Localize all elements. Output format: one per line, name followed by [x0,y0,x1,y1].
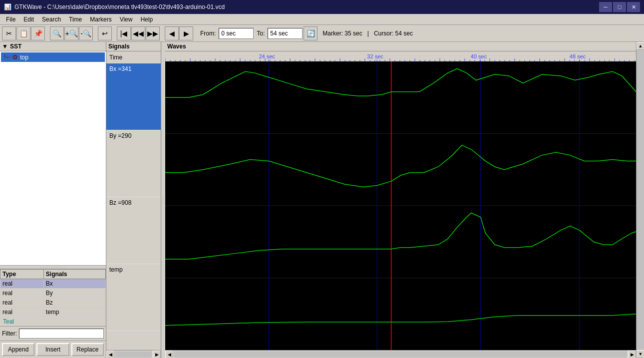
sst-tree[interactable]: └─ ⚙ top [0,51,106,265]
signal-temp-label: temp [109,266,123,273]
maximize-button[interactable]: □ [613,2,626,12]
filter-label: Filter: [2,330,17,337]
toolbar-sep: | [367,30,369,37]
type-signals-section: Type Signals realBxrealByrealBzrealtemp [0,269,106,317]
titlebar: 📊 GTKWave - C:\Users\dale\Dropbox\moneta… [0,0,644,14]
col-signals: Signals [43,270,105,279]
tree-expand-icon: └─ [3,54,10,60]
signal-bz-label: Bz =908 [109,199,131,206]
type-signal-row-bx[interactable]: realBx [0,279,106,289]
sst-section: ▼ SST └─ ⚙ top [0,42,106,265]
type-signal-row-temp[interactable]: realtemp [0,308,106,317]
next-button[interactable]: ▶▶ [146,26,160,40]
signal-row-temp[interactable]: temp [106,264,161,331]
titlebar-controls: ─ □ ✕ [599,2,640,12]
close-button[interactable]: ✕ [627,2,640,12]
waves-canvas[interactable] [165,51,636,350]
signal-cell: By [43,289,105,298]
signal-row-time[interactable]: Time [106,51,161,63]
menu-file[interactable]: File [2,15,19,24]
append-button[interactable]: Append [2,343,34,356]
zoom-in-button[interactable]: +🔍 [64,26,78,40]
cut-button[interactable]: ✂ [2,26,16,40]
teal-label: Teal [0,317,106,326]
type-signals-table: Type Signals realBxrealByrealBzrealtemp [0,269,106,317]
titlebar-left: 📊 GTKWave - C:\Users\dale\Dropbox\moneta… [4,3,225,10]
signal-row-bx[interactable]: Bx =341 [106,63,161,130]
tree-item-top[interactable]: └─ ⚙ top [1,52,105,62]
menu-search[interactable]: Search [38,15,65,24]
type-cell: real [0,308,44,317]
toolbar-undo-redo: ↩ [98,26,112,40]
signals-panel: Signals Time Bx =341 By =290 Bz =908 [106,42,161,358]
replace-button[interactable]: Replace [71,343,104,356]
tree-item-label: top [20,54,28,61]
waves-scroll-right[interactable]: ▶ [628,351,636,358]
signal-cell: Bz [43,298,105,308]
undo-button[interactable]: ↩ [98,26,112,40]
copy-button[interactable]: 📋 [16,26,30,40]
from-label: From: [198,30,218,37]
type-cell: real [0,298,44,308]
menu-markers[interactable]: Markers [86,15,115,24]
toolbar-arrows: ◀ ▶ [165,26,193,40]
waves-vscroll-track[interactable] [637,50,644,350]
type-signal-row-bz[interactable]: realBz [0,298,106,308]
forward-button[interactable]: ▶ [179,26,193,40]
filter-input[interactable] [19,329,104,339]
waves-scrollbar-h: ◀ ▶ [165,350,636,358]
toolbar-zoom: 🔍 +🔍 -🔍 [50,26,93,40]
signals-scroll-left[interactable]: ◀ [106,351,114,358]
from-input[interactable] [219,28,254,39]
sst-header: ▼ SST [0,42,106,51]
menu-edit[interactable]: Edit [19,15,38,24]
minimize-button[interactable]: ─ [599,2,612,12]
first-button[interactable]: |◀ [117,26,131,40]
prev-button[interactable]: ◀◀ [131,26,145,40]
main-area: ▼ SST └─ ⚙ top · · · · · · · · · · · · T… [0,42,644,358]
col-type: Type [0,270,44,279]
signals-panel-wrapper: Signals Time Bx =341 By =290 Bz =908 [106,42,165,358]
waves-outer: Waves ◀ ▶ ▲ ▼ [165,42,644,358]
zoom-fit-button[interactable]: 🔍 [50,26,64,40]
signals-resize-handle[interactable]: · · · [161,42,165,358]
signals-scroll-right[interactable]: ▶ [153,351,161,358]
menubar: File Edit Search Time Markers View Help [0,14,644,25]
signals-scroll-track[interactable] [115,352,152,358]
waves-scroll-left[interactable]: ◀ [165,351,173,358]
menu-help[interactable]: Help [136,15,157,24]
signal-row-by[interactable]: By =290 [106,130,161,197]
paste-button[interactable]: 📌 [31,26,45,40]
resize-handle[interactable]: · · · · · · · · · · · · [0,265,106,269]
type-cell: real [0,289,44,298]
waves-and-vscroll: Waves ◀ ▶ ▲ ▼ [165,42,644,358]
sst-collapse-icon[interactable]: ▼ [2,43,8,50]
waves-scrollbar-v: ▲ ▼ [636,42,644,358]
waves-area: Waves ◀ ▶ [165,42,636,358]
menu-time[interactable]: Time [65,15,86,24]
type-cell: real [0,279,44,289]
zoom-out-button[interactable]: -🔍 [79,26,93,40]
insert-button[interactable]: Insert [36,343,69,356]
signals-panel-header: Signals [106,42,161,51]
toolbar-cut-copy-paste: ✂ 📋 📌 [2,26,45,40]
tree-chip-icon: ⚙ [12,53,18,61]
refresh-button[interactable]: 🔄 [304,26,318,40]
signal-cell: temp [43,308,105,317]
signals-scrollbar-h: ◀ ▶ [106,350,161,358]
titlebar-title: GTKWave - C:\Users\dale\Dropbox\moneta t… [14,3,225,10]
waves-vscroll-down[interactable]: ▼ [637,350,644,358]
bottom-buttons: Append Insert Replace [0,341,106,358]
signal-time-label: Time [109,54,122,61]
back-button[interactable]: ◀ [165,26,179,40]
signal-row-bz[interactable]: Bz =908 [106,197,161,264]
to-input[interactable] [268,28,303,39]
marker-info: Marker: 35 sec | Cursor: 54 sec [319,30,417,37]
type-signal-row-by[interactable]: realBy [0,289,106,298]
waves-header: Waves [165,42,636,51]
waves-scroll-track[interactable] [174,352,627,358]
menu-view[interactable]: View [116,15,137,24]
waves-canvas-container[interactable] [165,51,636,350]
waves-vscroll-up[interactable]: ▲ [637,42,644,50]
toolbar: ✂ 📋 📌 🔍 +🔍 -🔍 ↩ |◀ ◀◀ ▶▶ ◀ ▶ From: To: 🔄… [0,25,644,42]
